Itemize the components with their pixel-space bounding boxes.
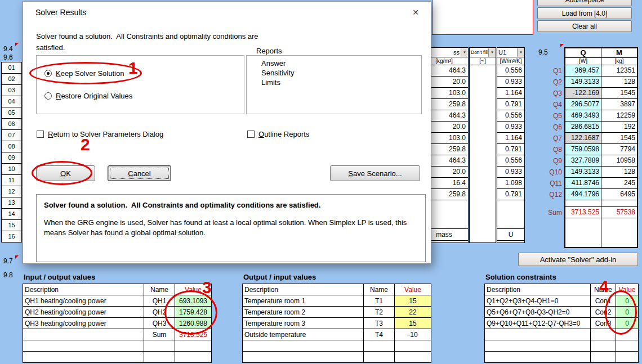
u-value-row-1[interactable]: 0.556 [497,65,524,77]
cell-name[interactable]: Sum [144,329,175,340]
u-value-row-5[interactable]: 0.556 [497,110,524,122]
u-value-row-4[interactable]: 0.791 [497,99,524,110]
m-sum-value[interactable]: 57538 [601,207,637,218]
cell-name[interactable] [364,352,395,363]
m-value-Q6[interactable]: 192 [601,122,637,132]
cell-description[interactable]: QH2 heating/cooling power [23,307,144,318]
q-value-Q6[interactable]: 286.6815 [565,122,601,132]
add-replace-button[interactable]: Add/Replace [537,0,632,6]
activate-solver-addin-button[interactable]: Activate "Solver" add-in [518,253,638,266]
q-value-Q8[interactable]: 759.0598 [565,144,601,155]
cell-value[interactable]: 3713.525 [175,329,212,340]
cell-description[interactable]: Q9+Q10+Q11+Q12-Q7-QH3=0 [485,318,591,329]
u-value-row-10[interactable]: 0.933 [497,167,524,178]
cell-value[interactable]: -10 [395,329,431,340]
q-value-Q11[interactable]: 411.8746 [565,178,601,188]
row-header-12[interactable]: 12 [1,186,22,197]
m-value-Q12[interactable]: 6495 [601,189,637,200]
cell-name[interactable]: Con1 [591,295,616,307]
cell-description[interactable]: Temperature room 3 [243,318,364,329]
save-scenario-button[interactable]: Save Scenario... [330,165,420,181]
checkbox-return-to-solver-dialog[interactable]: Return to Solver Parameters Dialog [37,130,163,138]
m-value-Q4[interactable]: 3897 [601,99,637,110]
row-header-16[interactable]: 16 [1,231,22,242]
q-sum-value[interactable]: 3713.525 [565,207,601,218]
checkbox-outline-reports[interactable]: Outline Reports [247,130,309,138]
cell-value[interactable]: 0 [616,295,639,307]
cell-name[interactable]: T1 [364,295,395,307]
cell-description[interactable]: Temperature room 2 [243,307,364,318]
row-header-14[interactable]: 14 [1,208,22,220]
fill-dropdown-cell[interactable]: Don't fill ▼ [470,48,496,57]
cell-value[interactable] [616,329,639,340]
dropdown-arrow-icon[interactable]: ▼ [517,48,524,57]
q-value-Q2[interactable]: 149.3133 [565,77,601,87]
row-header-13[interactable]: 13 [1,197,22,209]
cell-name[interactable]: QH3 [144,318,175,329]
cell-description[interactable] [485,352,591,363]
u-value-row-6[interactable]: 0.933 [497,122,524,133]
m-value-Q8[interactable]: 7794 [601,144,637,155]
q-value-Q3[interactable]: -122.169 [565,88,601,98]
q-value-Q1[interactable]: 369.457 [565,65,601,76]
cell-value[interactable]: 15 [395,318,431,329]
u-value-row-12[interactable]: 0.791 [497,189,524,200]
cell-value[interactable] [395,340,431,352]
u-value-row-2[interactable]: 0.933 [497,77,524,88]
clear-all-button[interactable]: Clear all [537,20,632,32]
row-header-07[interactable]: 07 [1,129,22,141]
cell-name[interactable] [591,329,616,340]
cell-description[interactable]: Q1+Q2+Q3+Q4-QH1=0 [485,295,591,307]
u-value-row-8[interactable]: 0.791 [497,144,524,155]
cell-name[interactable] [591,352,616,363]
m-value-Q5[interactable]: 12259 [601,110,637,121]
row-header-03[interactable]: 03 [1,84,22,96]
row-header-04[interactable]: 04 [1,96,22,107]
radio-keep-solver-solution[interactable]: Keep Solver Solution [44,69,124,78]
cell-name[interactable] [144,340,175,352]
q-value-Q4[interactable]: 296.5077 [565,99,601,110]
q-value-Q12[interactable]: 494.1796 [565,189,601,200]
cell-description[interactable]: Outside temperature [243,329,364,340]
report-item-sensitivity[interactable]: Sensitivity [247,68,421,78]
m-value-Q9[interactable]: 10958 [601,155,637,166]
m-value-Q1[interactable]: 12351 [601,65,637,76]
close-icon[interactable]: ✕ [409,6,422,19]
radio-restore-original-values[interactable]: Restore Original Values [44,92,132,100]
u-value-row-7[interactable]: 1.164 [497,133,524,144]
cell-description[interactable] [23,340,144,352]
cell-value[interactable]: 22 [395,307,431,318]
u-dropdown-cell[interactable]: U1 ▼ [497,48,524,57]
cell-description[interactable]: Temperature room 1 [243,295,364,307]
cell-name[interactable]: T2 [364,307,395,318]
cell-description[interactable] [243,340,364,352]
q-value-Q7[interactable]: 122.1687 [565,133,601,143]
cell-name[interactable]: QH1 [144,295,175,307]
m-value-Q11[interactable]: 245 [601,178,637,188]
cell-value[interactable]: 0 [616,318,639,329]
u-value-row-9[interactable]: 0.556 [497,155,524,167]
cell-value[interactable]: 15 [395,295,431,307]
cell-value[interactable] [395,352,431,363]
cell-value[interactable]: 1759.428 [175,307,212,318]
cell-description[interactable] [243,352,364,363]
u-label-cell[interactable]: U [497,228,525,241]
cell-description[interactable] [485,340,591,352]
row-header-02[interactable]: 02 [1,73,22,85]
cell-description[interactable]: QH3 heating/cooling power [23,318,144,329]
cell-value[interactable]: 1260.988 [175,318,212,329]
cell-value[interactable]: 0 [616,307,639,318]
row-header-10[interactable]: 10 [1,163,22,175]
q-value-Q9[interactable]: 327.7889 [565,155,601,166]
load-from-button[interactable]: Load from [4.0] [537,7,632,19]
cell-description[interactable] [23,329,144,340]
row-header-11[interactable]: 11 [1,174,22,186]
cell-name[interactable] [144,352,175,363]
report-item-limits[interactable]: Limits [247,78,421,87]
cancel-button[interactable]: Cancel [108,165,171,181]
dropdown-arrow-icon[interactable]: ▼ [461,48,468,57]
cell-name[interactable]: QH2 [144,307,175,318]
row-header-05[interactable]: 05 [1,107,22,119]
row-header-09[interactable]: 09 [1,152,22,164]
q-value-Q5[interactable]: 469.3493 [565,110,601,121]
